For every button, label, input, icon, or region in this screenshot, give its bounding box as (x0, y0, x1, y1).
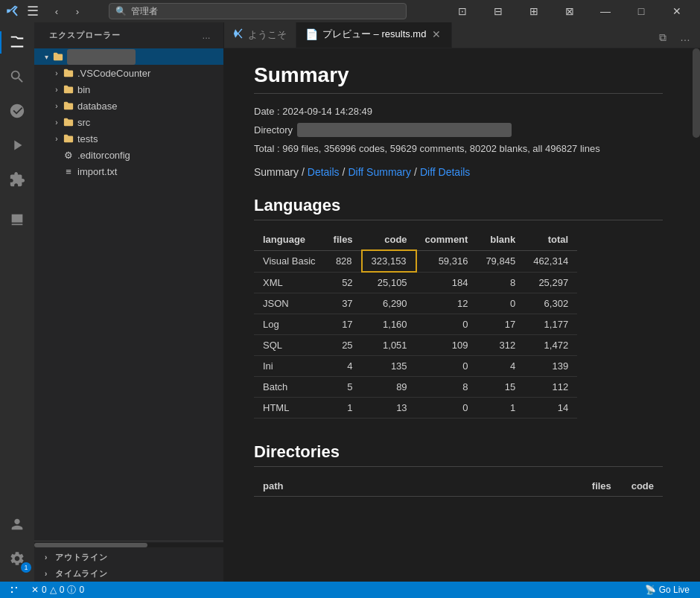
col-language: language (254, 229, 325, 250)
more-tab-actions-button[interactable]: … (675, 27, 696, 48)
layout-button-4[interactable]: ⊠ (553, 0, 587, 22)
directory-value-blurred: gnu.checkout/DMCS/Cobus8888PngtDMS.fsy48 (297, 123, 512, 137)
folder-icon (63, 100, 74, 112)
tree-item-label: .VSCodeCounter (77, 68, 150, 79)
info-icon: ⓘ (67, 584, 76, 597)
cell-code: 6,290 (362, 293, 416, 314)
languages-table: language files code comment blank total … (254, 229, 577, 419)
go-live-label: Go Live (659, 585, 690, 595)
activity-item-remote[interactable] (0, 203, 34, 237)
status-branch[interactable] (6, 582, 22, 598)
cell-total: 1,177 (524, 314, 577, 335)
title-bar: ☰ ‹ › 🔍 管理者 ⊡ ⊟ ⊞ ⊠ — □ ✕ (0, 0, 700, 22)
activity-item-search[interactable] (0, 60, 34, 94)
go-live-button[interactable]: 📡 Go Live (640, 582, 694, 598)
nav-back-button[interactable]: ‹ (48, 2, 66, 20)
tree-item-src[interactable]: › src (34, 114, 223, 130)
table-row: XML5225,105184825,297 (254, 272, 577, 293)
cell-total: 462,314 (524, 250, 577, 272)
folder-icon (63, 83, 74, 95)
cell-language: HTML (254, 398, 325, 419)
app-body: 1 エクスプローラー ... ▾ ルートフォルダ (0, 22, 700, 582)
outline-label: アウトライン (55, 552, 108, 563)
account-icon (9, 516, 25, 532)
tree-item-editorconfig[interactable]: ⚙ .editorconfig (34, 147, 223, 163)
status-bar: ✕ 0 △ 0 ⓘ 0 📡 Go Live (0, 582, 700, 598)
status-errors[interactable]: ✕ 0 △ 0 ⓘ 0 (28, 582, 87, 598)
outline-panel-header[interactable]: › アウトライン (34, 549, 223, 565)
col-comment: comment (416, 229, 477, 250)
cell-files: 25 (325, 335, 362, 356)
activity-item-source-control[interactable] (0, 94, 34, 128)
cell-language: Log (254, 314, 325, 335)
table-row: Ini413504139 (254, 356, 577, 377)
close-button[interactable]: ✕ (660, 0, 694, 22)
sidebar-more-button[interactable]: ... (198, 28, 214, 44)
title-bar-search[interactable]: 🔍 管理者 (109, 3, 407, 19)
activity-bar: 1 (0, 22, 34, 582)
col-blank: blank (477, 229, 524, 250)
tree-item-vscodecounter[interactable]: › .VSCodeCounter (34, 65, 223, 81)
tab-preview[interactable]: 📄 プレビュー – results.md ✕ (296, 22, 452, 48)
sidebar-scrollbar-thumb (34, 543, 147, 547)
cell-language: Visual Basic (254, 250, 325, 272)
tree-item-bin[interactable]: › bin (34, 81, 223, 98)
nav-link-diff-summary[interactable]: Diff Summary (348, 166, 411, 178)
cell-blank: 312 (477, 335, 524, 356)
cell-comment: 184 (416, 272, 477, 293)
table-row: Batch589815112 (254, 377, 577, 398)
activity-item-settings[interactable]: 1 (0, 541, 34, 576)
scrollbar-track[interactable] (693, 48, 700, 582)
git-icon (9, 103, 25, 119)
tree-item-database[interactable]: › database (34, 98, 223, 114)
summary-heading: Summary (254, 63, 663, 94)
activity-item-extensions[interactable] (0, 162, 34, 197)
cell-language: XML (254, 272, 325, 293)
tab-label: ようこそ (248, 28, 287, 42)
layout-button-2[interactable]: ⊟ (481, 0, 515, 22)
hamburger-menu[interactable]: ☰ (24, 3, 42, 19)
activity-item-explorer[interactable] (0, 25, 34, 60)
table-header-row: language files code comment blank total (254, 229, 577, 250)
folder-arrow-icon: › (51, 116, 63, 128)
split-editor-button[interactable]: ⧉ (652, 27, 673, 48)
folder-icon (63, 133, 74, 144)
layout-button-3[interactable]: ⊞ (517, 0, 551, 22)
cell-files: 1 (325, 398, 362, 419)
tab-label: プレビュー – results.md (322, 28, 426, 41)
timeline-panel-header[interactable]: › タイムライン (34, 565, 223, 582)
cell-blank: 79,845 (477, 250, 524, 272)
nav-link-diff-details[interactable]: Diff Details (420, 166, 470, 178)
col-total: total (524, 229, 577, 250)
cell-total: 6,302 (524, 293, 577, 314)
nav-link-summary[interactable]: Summary (254, 166, 299, 178)
remote-icon (9, 211, 25, 228)
cell-files: 4 (325, 356, 362, 377)
files-icon (9, 34, 25, 51)
maximize-button[interactable]: □ (624, 0, 658, 22)
cell-code: 89 (362, 377, 416, 398)
nav-link-details[interactable]: Details (308, 166, 340, 178)
tree-root-folder[interactable]: ▾ ルートフォルダ (34, 48, 223, 65)
tab-close-button[interactable]: ✕ (430, 28, 442, 40)
tab-welcome[interactable]: ようこそ (224, 22, 296, 48)
content-scroll[interactable]: Summary Date : 2024-09-14 14:28:49 Direc… (224, 48, 693, 582)
activity-item-run[interactable] (0, 128, 34, 162)
folder-arrow-icon: › (51, 133, 63, 144)
cell-comment: 59,316 (416, 250, 477, 272)
cell-comment: 109 (416, 335, 477, 356)
vscode-tab-icon (233, 28, 244, 41)
settings-badge: 1 (21, 562, 31, 573)
tree-item-tests[interactable]: › tests (34, 130, 223, 147)
cell-files: 52 (325, 272, 362, 293)
tree-item-import-txt[interactable]: ≡ import.txt (34, 163, 223, 179)
editor-area: ようこそ 📄 プレビュー – results.md ✕ ⧉ … Summary … (224, 22, 700, 582)
folder-icon (63, 67, 74, 79)
layout-button-1[interactable]: ⊡ (445, 0, 480, 22)
nav-forward-button[interactable]: › (69, 2, 86, 20)
warning-count: 0 (60, 585, 65, 595)
minimize-button[interactable]: — (588, 0, 623, 22)
tree-item-label: .editorconfig (77, 150, 130, 161)
sidebar-scrollbar[interactable] (34, 543, 223, 547)
activity-item-account[interactable] (0, 507, 34, 541)
